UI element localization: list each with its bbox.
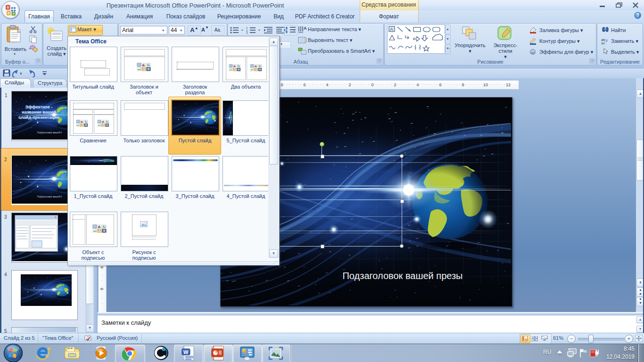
svg-text:8: 8 xyxy=(462,82,464,87)
svg-text:2: 2 xyxy=(348,82,351,87)
svg-text:4: 4 xyxy=(416,82,419,87)
svg-text:10: 10 xyxy=(483,82,488,87)
svg-text:A: A xyxy=(304,26,307,31)
svg-text:6: 6 xyxy=(303,82,305,87)
svg-text:8: 8 xyxy=(281,82,283,87)
svg-text:Подзаголовок вашей презы: Подзаголовок вашей презы xyxy=(342,271,462,281)
svg-text:12: 12 xyxy=(506,82,511,87)
svg-text:3: 3 xyxy=(246,32,248,34)
svg-text:▾: ▾ xyxy=(20,71,22,76)
svg-text:W: W xyxy=(183,349,189,355)
svg-text:4: 4 xyxy=(326,82,328,87)
svg-text:6: 6 xyxy=(439,82,441,87)
svg-text:8: 8 xyxy=(99,288,104,290)
svg-text:ac: ac xyxy=(601,41,605,44)
svg-text:A: A xyxy=(390,27,393,32)
svg-text:6: 6 xyxy=(99,266,104,268)
svg-text:0: 0 xyxy=(371,82,373,87)
svg-text:2: 2 xyxy=(394,82,396,87)
